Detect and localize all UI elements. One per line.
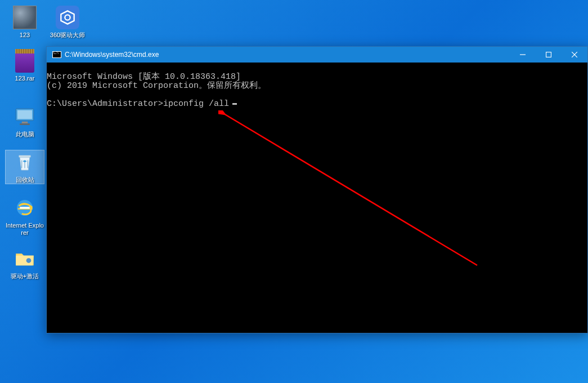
cmd-version-line: Microsoft Windows [版本 10.0.18363.418]	[47, 72, 241, 82]
cmd-cursor	[232, 103, 237, 105]
image-thumbnail-icon	[13, 6, 37, 29]
desktop-icon-label: 360驱动大师	[50, 32, 85, 39]
recycle-bin-icon	[13, 150, 37, 174]
minimize-button[interactable]	[510, 47, 536, 63]
svg-rect-1	[17, 110, 32, 119]
desktop-icon-driver-folder[interactable]: 驱动+激活	[6, 247, 44, 280]
cmd-typed-command: ipconfig /all	[163, 99, 229, 109]
cmd-prompt-line: C:\Users\Administrator>ipconfig /all	[47, 99, 237, 109]
desktop-icon-ie[interactable]: Internet Explorer	[6, 196, 44, 237]
desktop-icon-recycle-bin[interactable]: 回收站	[6, 150, 44, 184]
desktop-icon-label: 驱动+激活	[11, 273, 39, 280]
svg-rect-3	[20, 123, 30, 125]
cmd-window: C:\Windows\system32\cmd.exe Microsoft Wi…	[46, 46, 588, 333]
desktop-icon-label: 123.rar	[15, 75, 35, 82]
svg-rect-4	[19, 155, 31, 158]
desktop-icon-123-image[interactable]: 123	[6, 6, 44, 39]
gear-app-icon	[56, 6, 79, 29]
desktop-icon-360-driver[interactable]: 360驱动大师	[48, 6, 87, 39]
svg-point-6	[26, 258, 32, 263]
cmd-titlebar[interactable]: C:\Windows\system32\cmd.exe	[47, 47, 587, 63]
desktop-icon-label: 回收站	[16, 176, 34, 184]
window-controls	[510, 47, 587, 63]
desktop-icon-label: 123	[20, 32, 30, 39]
cmd-prompt-prefix: C:\Users\Administrator>	[47, 99, 163, 109]
svg-point-7	[65, 15, 70, 20]
desktop: 123 123.rar 此电脑 回收站 Internet Explorer 驱动…	[0, 0, 50, 296]
svg-line-13	[224, 114, 477, 265]
svg-rect-2	[22, 122, 28, 124]
folder-icon	[13, 247, 37, 270]
cmd-output-area[interactable]: Microsoft Windows [版本 10.0.18363.418] (c…	[47, 63, 587, 333]
monitor-icon	[13, 105, 37, 128]
svg-rect-9	[546, 52, 551, 57]
cmd-copyright-line: (c) 2019 Microsoft Corporation。保留所有权利。	[47, 81, 266, 91]
desktop-icon-rar[interactable]: 123.rar	[6, 49, 44, 82]
cmd-system-icon	[52, 51, 61, 58]
desktop-icon-label: Internet Explorer	[6, 222, 44, 237]
internet-explorer-icon	[13, 196, 37, 220]
rar-archive-icon	[15, 49, 34, 73]
close-button[interactable]	[562, 47, 587, 63]
desktop-icon-this-pc[interactable]: 此电脑	[6, 105, 44, 138]
maximize-button[interactable]	[536, 47, 562, 63]
desktop-icon-label: 此电脑	[16, 131, 34, 138]
annotation-arrow	[218, 110, 488, 274]
cmd-window-title: C:\Windows\system32\cmd.exe	[65, 51, 510, 59]
